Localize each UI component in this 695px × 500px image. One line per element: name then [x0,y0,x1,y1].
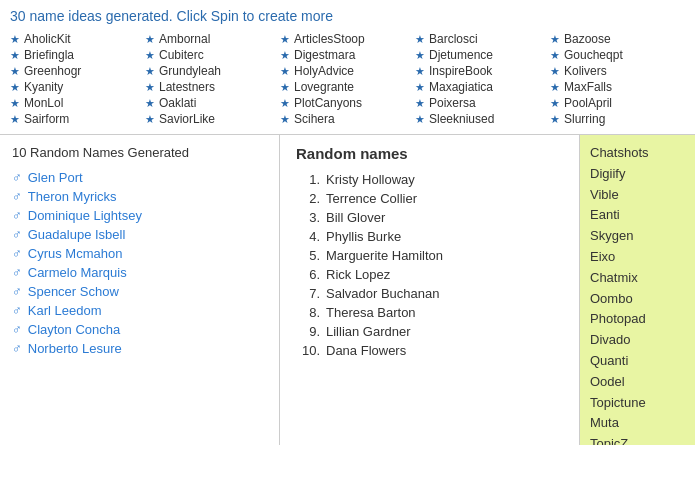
top-name-item[interactable]: ★Cubiterc [145,48,280,62]
random-names-title: Random names [296,145,563,162]
right-name-item[interactable]: Eixo [590,247,685,268]
top-name-label: Djetumence [429,48,493,62]
list-item[interactable]: ♂Cyrus Mcmahon [12,246,267,261]
male-icon: ♂ [12,189,22,204]
right-name-item[interactable]: Vible [590,185,685,206]
top-name-item[interactable]: ★AholicKit [10,32,145,46]
top-name-item[interactable]: ★Sairform [10,112,145,126]
top-name-item[interactable]: ★Latestners [145,80,280,94]
top-name-item[interactable]: ★InspireBook [415,64,550,78]
top-name-item[interactable]: ★Maxagiatica [415,80,550,94]
male-icon: ♂ [12,246,22,261]
right-name-item[interactable]: Skygen [590,226,685,247]
top-name-item[interactable]: ★Slurring [550,112,685,126]
list-item: 3.Bill Glover [296,210,563,225]
right-panel: ChatshotsDigiifyVibleEantiSkygenEixoChat… [580,135,695,445]
right-name-item[interactable]: Oodel [590,372,685,393]
star-icon: ★ [415,33,425,46]
person-name: Salvador Buchanan [326,286,439,301]
top-name-item[interactable]: ★Greenhogr [10,64,145,78]
top-name-item[interactable]: ★Lovegrante [280,80,415,94]
right-name-item[interactable]: Eanti [590,205,685,226]
star-icon: ★ [10,65,20,78]
right-name-item[interactable]: Oombo [590,289,685,310]
top-name-item[interactable]: ★SaviorLike [145,112,280,126]
top-name-item[interactable]: ★ArticlesStoop [280,32,415,46]
top-name-label: InspireBook [429,64,492,78]
top-name-item[interactable]: ★Djetumence [415,48,550,62]
star-icon: ★ [550,33,560,46]
top-name-item[interactable]: ★Barclosci [415,32,550,46]
list-number: 2. [296,191,320,206]
star-icon: ★ [415,49,425,62]
top-name-item[interactable]: ★Kyanity [10,80,145,94]
person-name: Rick Lopez [326,267,390,282]
male-icon: ♂ [12,227,22,242]
list-number: 8. [296,305,320,320]
top-name-label: Latestners [159,80,215,94]
right-name-item[interactable]: Quanti [590,351,685,372]
top-name-label: Grundyleah [159,64,221,78]
top-name-label: ArticlesStoop [294,32,365,46]
star-icon: ★ [145,65,155,78]
top-name-label: Oaklati [159,96,196,110]
list-item[interactable]: ♂Spencer Schow [12,284,267,299]
top-name-item[interactable]: ★PoolApril [550,96,685,110]
top-name-item[interactable]: ★Grundyleah [145,64,280,78]
list-item[interactable]: ♂Guadalupe Isbell [12,227,267,242]
list-item[interactable]: ♂Theron Myricks [12,189,267,204]
person-name: Norberto Lesure [28,341,122,356]
list-item[interactable]: ♂Norberto Lesure [12,341,267,356]
top-name-item[interactable]: ★PlotCanyons [280,96,415,110]
right-name-item[interactable]: Photopad [590,309,685,330]
list-item[interactable]: ♂Clayton Concha [12,322,267,337]
person-name: Dana Flowers [326,343,406,358]
top-name-item[interactable]: ★HolyAdvice [280,64,415,78]
top-name-item[interactable]: ★Digestmara [280,48,415,62]
top-name-item[interactable]: ★Briefingla [10,48,145,62]
top-name-item[interactable]: ★Sleekniused [415,112,550,126]
random-names-list: ♂Glen Port♂Theron Myricks♂Dominique Ligh… [12,170,267,356]
list-item[interactable]: ♂Karl Leedom [12,303,267,318]
male-icon: ♂ [12,322,22,337]
right-name-item[interactable]: Chatshots [590,143,685,164]
person-name: Marguerite Hamilton [326,248,443,263]
star-icon: ★ [550,113,560,126]
top-name-label: Digestmara [294,48,355,62]
person-name: Cyrus Mcmahon [28,246,123,261]
right-name-item[interactable]: Chatmix [590,268,685,289]
list-item[interactable]: ♂Carmelo Marquis [12,265,267,280]
right-name-item[interactable]: TopicZ [590,434,685,445]
top-name-item[interactable]: ★MonLol [10,96,145,110]
list-item[interactable]: ♂Dominique Lightsey [12,208,267,223]
name-grid: ★AholicKit★Ambornal★ArticlesStoop★Barclo… [10,32,685,126]
right-name-item[interactable]: Muta [590,413,685,434]
star-icon: ★ [280,65,290,78]
top-name-item[interactable]: ★Poixersa [415,96,550,110]
list-item[interactable]: ♂Glen Port [12,170,267,185]
top-name-label: AholicKit [24,32,71,46]
person-name: Kristy Holloway [326,172,415,187]
star-icon: ★ [415,65,425,78]
star-icon: ★ [145,97,155,110]
person-name: Lillian Gardner [326,324,411,339]
star-icon: ★ [550,81,560,94]
right-name-item[interactable]: Divado [590,330,685,351]
top-name-item[interactable]: ★Bazoose [550,32,685,46]
right-name-item[interactable]: Topictune [590,393,685,414]
top-name-item[interactable]: ★Oaklati [145,96,280,110]
person-name: Karl Leedom [28,303,102,318]
top-name-item[interactable]: ★Kolivers [550,64,685,78]
list-number: 4. [296,229,320,244]
main-layout: 10 Random Names Generated ♂Glen Port♂The… [0,135,695,445]
list-item: 2.Terrence Collier [296,191,563,206]
star-icon: ★ [145,113,155,126]
person-name: Terrence Collier [326,191,417,206]
top-name-item[interactable]: ★Scihera [280,112,415,126]
right-name-item[interactable]: Digiify [590,164,685,185]
list-number: 9. [296,324,320,339]
list-item: 10.Dana Flowers [296,343,563,358]
top-name-item[interactable]: ★Goucheqpt [550,48,685,62]
top-name-item[interactable]: ★MaxFalls [550,80,685,94]
top-name-item[interactable]: ★Ambornal [145,32,280,46]
